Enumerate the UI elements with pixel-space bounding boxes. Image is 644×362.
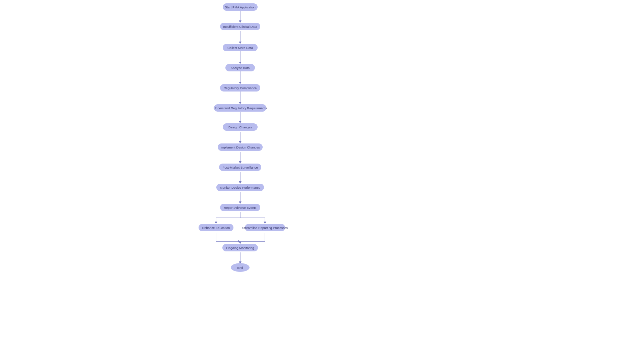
node-ongoing: Ongoing Monitoring: [226, 246, 254, 250]
node-collect: Collect More Data: [227, 46, 253, 50]
node-understand: Understand Regulatory Requirements: [213, 106, 267, 110]
svg-marker-19: [239, 201, 241, 204]
node-regulatory: Regulatory Compliance: [224, 86, 257, 90]
node-start: Start PMA Application: [225, 5, 255, 9]
svg-marker-13: [239, 141, 241, 143]
svg-marker-1: [239, 20, 241, 23]
node-end: End: [237, 266, 243, 269]
svg-marker-9: [239, 102, 241, 104]
node-implement: Implement Design Changes: [220, 145, 260, 149]
node-insufficient: Insufficient Clinical Data: [223, 25, 257, 28]
node-design-changes: Design Changes: [228, 125, 252, 129]
svg-marker-7: [239, 82, 241, 84]
node-analyze: Analyze Data: [231, 66, 250, 70]
svg-marker-33: [239, 242, 241, 244]
svg-marker-17: [239, 181, 241, 184]
node-post-market: Post-Market Surveillance: [222, 166, 258, 169]
svg-marker-3: [239, 42, 241, 44]
svg-marker-15: [239, 161, 241, 164]
node-report: Report Adverse Events: [224, 206, 256, 209]
svg-marker-23: [215, 222, 217, 224]
node-streamline: Streamline Reporting Processes: [242, 226, 288, 230]
node-monitor: Monitor Device Performance: [220, 186, 260, 189]
svg-marker-11: [239, 121, 241, 123]
node-enhance: Enhance Education: [202, 226, 230, 230]
svg-marker-26: [264, 222, 266, 224]
svg-marker-5: [239, 62, 241, 64]
